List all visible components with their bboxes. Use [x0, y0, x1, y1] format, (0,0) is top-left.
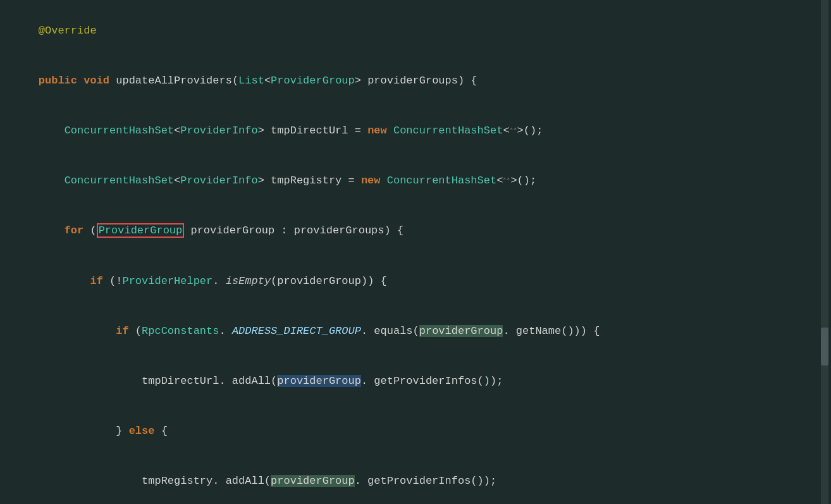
line-9: } else { [13, 406, 818, 456]
scrollbar[interactable] [821, 0, 828, 504]
line-7: if (RpcConstants. ADDRESS_DIRECT_GROUP. … [13, 306, 818, 356]
kw-public: public [39, 75, 83, 87]
code-block: @Override public void updateAllProviders… [0, 0, 831, 504]
type-list: List [238, 75, 264, 87]
line-8: tmpDirectUrl. addAll(providerGroup. getP… [13, 356, 818, 406]
line-2: public void updateAllProviders(List<Prov… [13, 56, 818, 106]
line-4: ConcurrentHashSet<ProviderInfo> tmpRegis… [13, 156, 818, 206]
annotation-override: @Override [39, 25, 97, 37]
line-6: if (!ProviderHelper. isEmpty(providerGro… [13, 256, 818, 306]
type-providergroup: ProviderGroup [271, 75, 355, 87]
method-name: updateAllProviders( [116, 75, 238, 87]
highlight-providergroup-for: ProviderGroup [97, 223, 185, 238]
line-3: ConcurrentHashSet<ProviderInfo> tmpDirec… [13, 106, 818, 156]
line-1: @Override [13, 6, 818, 56]
scrollbar-thumb[interactable] [821, 328, 828, 366]
line-5: for (ProviderGroup providerGroup : provi… [13, 206, 818, 256]
kw-void: void [83, 75, 116, 87]
line-10: tmpRegistry. addAll(providerGroup. getPr… [13, 456, 818, 504]
